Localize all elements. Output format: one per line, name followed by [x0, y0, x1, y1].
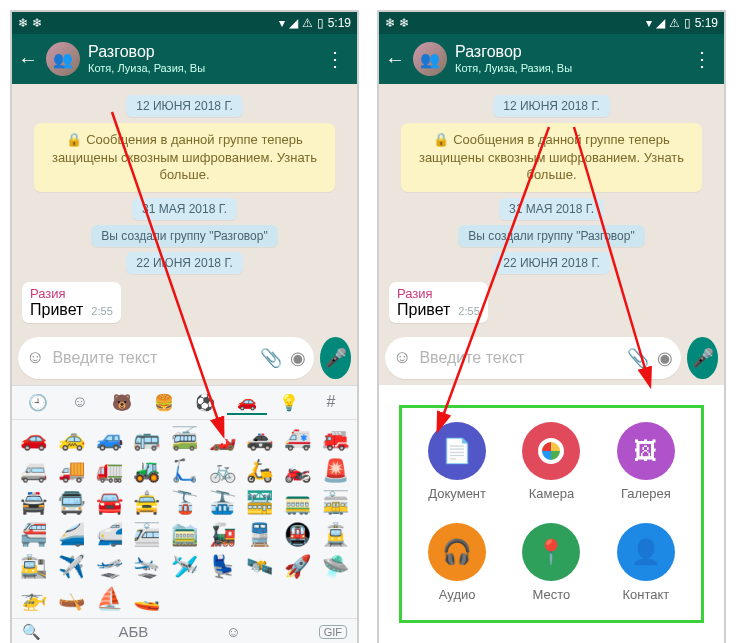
emoji-tab[interactable]: 🐻 [102, 391, 142, 414]
emoji-cell[interactable]: 🚂 [204, 520, 240, 550]
emoji-cell[interactable]: 🚞 [167, 520, 203, 550]
avatar[interactable]: 👥 [46, 42, 80, 76]
emoji-tab[interactable]: 🍔 [144, 391, 184, 414]
emoji-cell[interactable]: 🚄 [54, 520, 90, 550]
back-icon[interactable]: ← [18, 48, 38, 71]
emoji-tab[interactable]: ☺ [60, 391, 100, 413]
emoji-cell[interactable]: 🚨 [317, 456, 353, 486]
emoji-cell[interactable]: 🛰️ [242, 552, 278, 582]
emoji-icon[interactable]: ☺ [393, 347, 411, 368]
emoji-tab[interactable]: 🕘 [18, 391, 58, 414]
message-input-pill[interactable]: ☺ 📎 ◉ [18, 337, 314, 379]
emoji-cell[interactable]: ✈️ [54, 552, 90, 582]
emoji-cell[interactable]: 🚀 [280, 552, 316, 582]
emoji-cell[interactable]: 🚉 [16, 552, 52, 582]
emoji-cell[interactable]: 🚙 [91, 424, 127, 454]
encryption-notice[interactable]: 🔒Сообщения в данной группе теперь защище… [34, 123, 335, 192]
emoji-cell[interactable]: 🚜 [129, 456, 165, 486]
emoji-cell[interactable]: 🚝 [16, 520, 52, 550]
emoji-cell[interactable]: 🚟 [242, 488, 278, 518]
incoming-message[interactable]: Разия Привет 2:55 [22, 282, 121, 323]
emoji-cell[interactable]: 🚋 [317, 488, 353, 518]
avatar[interactable]: 👥 [413, 42, 447, 76]
more-icon[interactable]: ⋮ [686, 47, 718, 71]
encryption-notice[interactable]: 🔒Сообщения в данной группе теперь защище… [401, 123, 702, 192]
emoji-cell[interactable]: 🚍 [54, 488, 90, 518]
emoji-cell[interactable]: 🛶 [54, 584, 90, 614]
emoji-cell[interactable]: 🚘 [91, 488, 127, 518]
emoji-tab[interactable]: # [311, 391, 351, 413]
search-icon[interactable]: 🔍 [22, 623, 41, 641]
emoji-cell[interactable]: 🚃 [280, 488, 316, 518]
emoji-cell[interactable]: 🚒 [317, 424, 353, 454]
app-bar: ← 👥 Разговор Котя, Луиза, Разия, Вы ⋮ [12, 34, 357, 84]
abc-button[interactable]: АБВ [118, 623, 148, 640]
attach-location[interactable]: 📍Место [504, 523, 598, 602]
emoji-cell[interactable]: 🚲 [204, 456, 240, 486]
emoji-cell[interactable]: 🚗 [16, 424, 52, 454]
back-icon[interactable]: ← [385, 48, 405, 71]
emoji-cell[interactable]: 🚕 [54, 424, 90, 454]
clock: 5:19 [328, 16, 351, 30]
emoji-cell[interactable]: 🚆 [242, 520, 278, 550]
emoji-cell[interactable]: 🚅 [91, 520, 127, 550]
message-input[interactable] [52, 349, 252, 367]
emoji-cell[interactable]: 🛴 [167, 456, 203, 486]
date-chip: 31 МАЯ 2018 Г. [499, 198, 604, 220]
attach-audio[interactable]: 🎧Аудио [410, 523, 504, 602]
emoji-cell[interactable]: 🚐 [16, 456, 52, 486]
emoji-cell[interactable]: 🚁 [16, 584, 52, 614]
gif-button[interactable]: GIF [319, 625, 347, 639]
emoji-cell[interactable]: ⛵ [91, 584, 127, 614]
chat-title: Разговор [455, 43, 678, 61]
attach-icon[interactable]: 📎 [627, 347, 649, 369]
camera-icon[interactable]: ◉ [290, 347, 306, 369]
system-chip: Вы создали группу "Разговор" [458, 225, 644, 247]
emoji-cell[interactable]: 🛫 [91, 552, 127, 582]
mic-button[interactable]: 🎤 [687, 337, 718, 379]
mic-button[interactable]: 🎤 [320, 337, 351, 379]
emoji-cell[interactable]: 🛬 [129, 552, 165, 582]
emoji-cell[interactable]: 🛸 [317, 552, 353, 582]
more-icon[interactable]: ⋮ [319, 47, 351, 71]
emoji-tab[interactable]: 💡 [269, 391, 309, 414]
emoji-cell[interactable]: 🚇 [280, 520, 316, 550]
emoji-cell[interactable]: 🚛 [91, 456, 127, 486]
emoji-cell[interactable]: 🚎 [167, 424, 203, 454]
emoji-cell[interactable]: 🛩️ [167, 552, 203, 582]
emoji-cell[interactable]: 🚑 [280, 424, 316, 454]
appbar-titles[interactable]: Разговор Котя, Луиза, Разия, Вы [455, 43, 678, 74]
emoji-cell[interactable]: 💺 [204, 552, 240, 582]
status-icon: ❄ [385, 16, 395, 30]
emoji-tab[interactable]: 🚗 [227, 390, 267, 415]
attach-gallery[interactable]: 🖼Галерея [599, 422, 693, 501]
attach-doc[interactable]: 📄Документ [410, 422, 504, 501]
emoji-cell[interactable]: 🚌 [129, 424, 165, 454]
appbar-titles[interactable]: Разговор Котя, Луиза, Разия, Вы [88, 43, 311, 74]
message-input[interactable] [419, 349, 619, 367]
emoji-cell[interactable]: 🏎️ [204, 424, 240, 454]
emoji-mode-icon[interactable]: ☺ [226, 623, 241, 640]
emoji-cell[interactable]: 🚈 [129, 520, 165, 550]
emoji-cell[interactable]: 🚡 [167, 488, 203, 518]
emoji-cell[interactable]: 🏍️ [280, 456, 316, 486]
emoji-tab[interactable]: ⚽ [186, 391, 226, 414]
emoji-cell[interactable]: 🚠 [204, 488, 240, 518]
attach-contact[interactable]: 👤Контакт [599, 523, 693, 602]
encryption-text: Сообщения в данной группе теперь защищен… [419, 132, 684, 182]
incoming-message[interactable]: Разия Привет 2:55 [389, 282, 488, 323]
emoji-cell[interactable]: 🚊 [317, 520, 353, 550]
emoji-icon[interactable]: ☺ [26, 347, 44, 368]
emoji-cell[interactable]: 🚔 [16, 488, 52, 518]
message-input-pill[interactable]: ☺ 📎 ◉ [385, 337, 681, 379]
emoji-cell[interactable]: 🚖 [129, 488, 165, 518]
date-chip: 22 ИЮНЯ 2018 Г. [126, 252, 243, 274]
attach-icon[interactable]: 📎 [260, 347, 282, 369]
emoji-cell[interactable]: 🛵 [242, 456, 278, 486]
emoji-cell[interactable]: 🚚 [54, 456, 90, 486]
emoji-cell[interactable]: 🚤 [129, 584, 165, 614]
attach-camera[interactable]: Камера [504, 422, 598, 501]
emoji-cell[interactable]: 🚓 [242, 424, 278, 454]
camera-icon[interactable]: ◉ [657, 347, 673, 369]
location-icon: 📍 [522, 523, 580, 581]
